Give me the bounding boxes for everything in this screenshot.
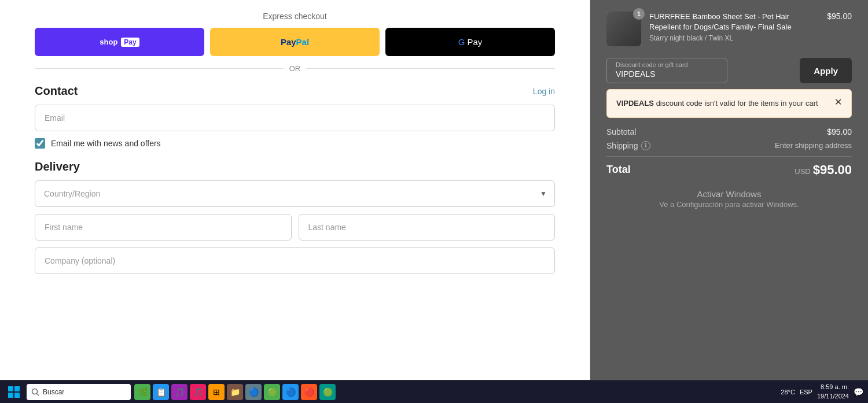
apply-button[interactable]: Apply [800, 58, 852, 83]
express-buttons-row: shop Pay PayPal G Pay [35, 28, 555, 56]
last-name-field[interactable] [299, 214, 556, 241]
cart-item-image-wrapper: 1 [606, 12, 641, 46]
newsletter-row: Email me with news and offers [35, 138, 555, 149]
country-select[interactable] [35, 180, 555, 207]
taskbar-app-10[interactable]: 🔴 [301, 384, 317, 400]
svg-rect-3 [14, 393, 20, 398]
delivery-section: Delivery ▼ Country/Region [35, 160, 555, 281]
taskbar-app-1[interactable]: 🌿 [134, 384, 150, 400]
shipping-value: Enter shipping address [775, 141, 852, 150]
start-button[interactable] [5, 383, 23, 401]
windows-activate-subtitle: Ve a Configuración para activar Windows. [606, 200, 852, 209]
windows-icon [8, 386, 20, 398]
svg-rect-2 [8, 393, 13, 398]
windows-activate: Activar Windows Ve a Configuración para … [606, 189, 852, 209]
paypal-icon: Pay [281, 37, 296, 47]
taskbar-notification[interactable]: 💬 [854, 387, 863, 397]
total-value: USD$95.00 [795, 162, 852, 178]
contact-section-title: Contact [35, 84, 78, 98]
taskbar-temp: 28°C [781, 389, 795, 395]
taskbar-app-7[interactable]: 🔵 [245, 384, 262, 400]
taskbar-app-2[interactable]: 📋 [153, 384, 169, 400]
taskbar-app-5[interactable]: ⊞ [208, 384, 225, 400]
cart-item-name: FURRFREE Bamboo Sheet Set - Pet Hair Rep… [649, 12, 819, 32]
or-divider: OR [35, 64, 555, 73]
discount-label: Discount code or gift card [616, 61, 688, 68]
taskbar-app-8[interactable]: 🟢 [264, 384, 280, 400]
gpay-icon: G Pay [458, 37, 483, 47]
subtotal-value: $95.00 [827, 127, 852, 136]
contact-section-header: Contact Log in [35, 84, 555, 98]
country-select-wrapper: ▼ Country/Region [35, 180, 555, 207]
taskbar-app-9[interactable]: 🔵 [282, 384, 299, 400]
error-text: VIPDEALS discount code isn't valid for t… [616, 98, 818, 109]
discount-row: Discount code or gift card VIPDEALS Appl… [606, 58, 852, 83]
newsletter-label: Email me with news and offers [51, 139, 161, 148]
taskbar-date-value: 19/11/2024 [817, 392, 849, 401]
cart-quantity-badge: 1 [633, 8, 645, 20]
delivery-section-header: Delivery [35, 160, 555, 173]
svg-rect-1 [14, 386, 20, 391]
shoppay-pay-text: Pay [121, 38, 139, 47]
company-field[interactable] [35, 247, 555, 274]
error-message: discount code isn't valid for the items … [654, 99, 818, 108]
total-label: Total [606, 164, 631, 176]
shipping-row: Shipping ℹ Enter shipping address [606, 141, 852, 150]
error-close-button[interactable]: ✕ [834, 98, 842, 107]
cart-item-variant: Starry night black / Twin XL [649, 34, 819, 42]
total-row: Total USD$95.00 [606, 156, 852, 178]
subtotal-label: Subtotal [606, 127, 636, 136]
discount-input-wrapper: Discount code or gift card VIPDEALS [606, 58, 795, 83]
newsletter-checkbox[interactable] [35, 138, 45, 149]
total-currency: USD [795, 167, 810, 176]
error-banner: VIPDEALS discount code isn't valid for t… [606, 89, 852, 118]
paypal-button[interactable]: PayPal [210, 28, 380, 56]
taskbar-time: 8:59 a. m. 19/11/2024 [817, 383, 849, 401]
checkout-left-panel: Express checkout shop Pay PayPal G Pay O… [0, 0, 590, 380]
svg-point-4 [32, 389, 38, 394]
shoppay-button[interactable]: shop Pay [35, 28, 204, 56]
error-code: VIPDEALS [616, 99, 654, 108]
paypal-icon2: Pal [296, 37, 310, 47]
email-field[interactable] [35, 105, 555, 131]
discount-value: VIPDEALS [616, 69, 655, 79]
taskbar-app-11[interactable]: 🟢 [319, 384, 336, 400]
checkout-right-panel: 1 FURRFREE Bamboo Sheet Set - Pet Hair R… [590, 0, 868, 380]
taskbar-app-6[interactable]: 📁 [227, 384, 243, 400]
taskbar-time-value: 8:59 a. m. [817, 383, 849, 391]
subtotal-row: Subtotal $95.00 [606, 127, 852, 136]
delivery-section-title: Delivery [35, 160, 80, 173]
taskbar-lang: ESP [800, 389, 812, 395]
taskbar-app-3[interactable]: 🎵 [171, 384, 187, 400]
shoppay-icon: shop [100, 38, 117, 46]
shipping-info-icon[interactable]: ℹ [641, 141, 650, 150]
search-icon [31, 388, 39, 396]
cart-item-price: $95.00 [827, 12, 852, 21]
shipping-label: Shipping ℹ [606, 141, 650, 150]
express-checkout-label: Express checkout [35, 12, 555, 21]
first-name-field[interactable] [35, 214, 292, 241]
login-link[interactable]: Log in [533, 87, 555, 96]
cart-item-details: FURRFREE Bamboo Sheet Set - Pet Hair Rep… [649, 12, 819, 42]
taskbar-search[interactable]: Buscar [27, 384, 131, 400]
taskbar-right: 28°C ESP 8:59 a. m. 19/11/2024 💬 [781, 383, 863, 401]
cart-item: 1 FURRFREE Bamboo Sheet Set - Pet Hair R… [606, 12, 852, 46]
name-fields-row [35, 214, 555, 241]
taskbar-search-text: Buscar [43, 388, 64, 396]
svg-rect-0 [8, 386, 13, 391]
taskbar: Buscar 🌿 📋 🎵 🎵 ⊞ 📁 🔵 🟢 🔵 🔴 🟢 28°C ESP 8:… [0, 380, 868, 403]
gpay-button[interactable]: G Pay [385, 28, 555, 56]
taskbar-app-4[interactable]: 🎵 [190, 384, 206, 400]
svg-line-5 [37, 393, 39, 395]
windows-activate-title: Activar Windows [606, 189, 852, 199]
taskbar-apps: 🌿 📋 🎵 🎵 ⊞ 📁 🔵 🟢 🔵 🔴 🟢 [134, 384, 777, 400]
